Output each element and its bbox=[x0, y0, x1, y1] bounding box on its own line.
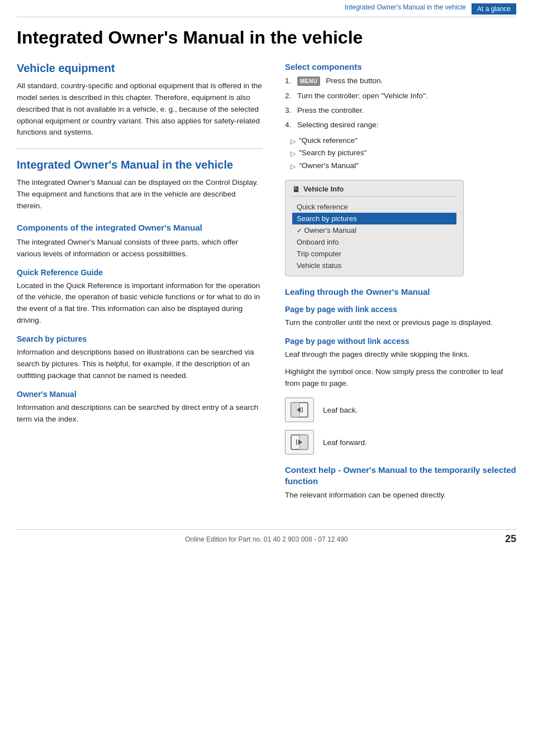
step-3: 3. Press the controller. bbox=[285, 105, 516, 116]
step-1-num: 1. bbox=[285, 75, 297, 87]
step-1-content: MENU Press the button. bbox=[297, 75, 516, 87]
quick-reference-body: Located in the Quick Reference is import… bbox=[17, 280, 263, 327]
vi-item-quick-ref: Quick reference bbox=[292, 201, 456, 213]
page-with-link-heading: Page by page with link access bbox=[285, 305, 516, 314]
footer-text: Online Edition for Part no. 01 40 2 903 … bbox=[185, 535, 348, 543]
vi-item-vehicle-status: Vehicle status bbox=[292, 260, 456, 271]
breadcrumb-active: At a glance bbox=[472, 3, 516, 15]
step-2-num: 2. bbox=[285, 90, 297, 102]
step-4-text: Selecting desired range: bbox=[297, 119, 516, 131]
sub-item-1-label: "Quick reference" bbox=[299, 136, 358, 145]
search-by-pictures-body: Information and descriptions based on il… bbox=[17, 347, 263, 382]
menu-badge: MENU bbox=[297, 76, 320, 86]
integrated-manual-heading: Integrated Owner's Manual in the vehicle bbox=[17, 158, 263, 171]
vehicle-equipment-section: Vehicle equipment All standard, country-… bbox=[17, 61, 263, 139]
page-wrapper: Integrated Owner's Manual in the vehicle… bbox=[0, 27, 533, 529]
arrow-icon-1: ▷ bbox=[291, 136, 296, 147]
sub-item-2-label: "Search by pictures" bbox=[299, 149, 367, 157]
divider-1 bbox=[17, 149, 263, 149]
vehicle-equipment-body: All standard, country-specific and optio… bbox=[17, 80, 263, 139]
leaf-back-row: Leaf back. bbox=[285, 398, 516, 422]
quick-reference-section: Quick Reference Guide Located in the Qui… bbox=[17, 268, 263, 327]
context-help-heading: Context help - Owner's Manual to the tem… bbox=[285, 465, 516, 486]
step-4: 4. Selecting desired range: bbox=[285, 119, 516, 131]
page-without-link-body2: Highlight the symbol once. Now simply pr… bbox=[285, 366, 516, 390]
leaf-forward-row: Leaf forward. bbox=[285, 430, 516, 454]
arrow-icon-2: ▷ bbox=[291, 149, 296, 159]
components-section: Components of the integrated Owner's Man… bbox=[17, 222, 263, 260]
vi-item-owners-manual: Owner's Manual bbox=[292, 224, 456, 236]
page-without-link-body1: Leaf through the pages directly while sk… bbox=[285, 349, 516, 361]
owners-manual-section: Owner's Manual Information and descripti… bbox=[17, 390, 263, 425]
right-column: Select components 1. MENU Press the butt… bbox=[285, 61, 516, 507]
leaf-forward-icon bbox=[290, 433, 309, 452]
vehicle-info-screenshot: 🖥 Vehicle Info Quick reference Search by… bbox=[285, 180, 464, 276]
leaf-forward-label: Leaf forward. bbox=[323, 438, 367, 447]
context-help-body: The relevant information can be opened d… bbox=[285, 490, 516, 501]
page-with-link-body: Turn the controller until the next or pr… bbox=[285, 317, 516, 329]
step-2-text: Turn the controller: open "Vehicle Info"… bbox=[297, 90, 516, 102]
vi-item-trip: Trip computer bbox=[292, 248, 456, 260]
two-col-layout: Vehicle equipment All standard, country-… bbox=[17, 61, 516, 507]
vi-item-search: Search by pictures bbox=[292, 213, 456, 224]
sub-item-list: ▷ "Quick reference" ▷ "Search by picture… bbox=[291, 136, 516, 172]
page-title: Integrated Owner's Manual in the vehicle bbox=[17, 27, 516, 48]
components-body: The integrated Owner's Manual consists o… bbox=[17, 237, 263, 260]
leaf-back-icon bbox=[290, 400, 309, 419]
step-4-num: 4. bbox=[285, 119, 297, 131]
search-by-pictures-section: Search by pictures Information and descr… bbox=[17, 334, 263, 382]
search-by-pictures-heading: Search by pictures bbox=[17, 334, 263, 343]
components-heading: Components of the integrated Owner's Man… bbox=[17, 222, 263, 233]
step-3-text: Press the controller. bbox=[297, 105, 516, 116]
context-help-section: Context help - Owner's Manual to the tem… bbox=[285, 465, 516, 501]
leafing-section: Leafing through the Owner's Manual Page … bbox=[285, 286, 516, 454]
integrated-manual-body: The integrated Owner's Manual can be dis… bbox=[17, 177, 263, 212]
page-without-link-heading: Page by page without link access bbox=[285, 337, 516, 346]
select-components-heading: Select components bbox=[285, 61, 516, 73]
arrow-icon-3: ▷ bbox=[291, 161, 296, 172]
vi-header: 🖥 Vehicle Info bbox=[292, 185, 456, 197]
owners-manual-body: Information and descriptions can be sear… bbox=[17, 402, 263, 425]
sub-item-2: ▷ "Search by pictures" bbox=[291, 149, 516, 159]
integrated-manual-section: Integrated Owner's Manual in the vehicle… bbox=[17, 158, 263, 212]
step-3-num: 3. bbox=[285, 105, 297, 116]
vi-item-onboard: Onboard info bbox=[292, 236, 456, 248]
step-list: 1. MENU Press the button. 2. Turn the co… bbox=[285, 75, 516, 131]
sub-item-3: ▷ "Owner's Manual" bbox=[291, 161, 516, 172]
leaf-back-icon-box bbox=[285, 398, 314, 422]
page-number: 25 bbox=[505, 533, 516, 545]
step-1: 1. MENU Press the button. bbox=[285, 75, 516, 87]
breadcrumb-link[interactable]: Integrated Owner's Manual in the vehicle bbox=[345, 3, 472, 15]
leaf-forward-icon-box bbox=[285, 430, 314, 454]
vehicle-info-icon: 🖥 bbox=[292, 185, 300, 194]
breadcrumb: Integrated Owner's Manual in the vehicle… bbox=[345, 3, 516, 15]
sub-item-3-label: "Owner's Manual" bbox=[299, 161, 359, 170]
step-1-text: Press the button. bbox=[326, 76, 383, 85]
step-2: 2. Turn the controller: open "Vehicle In… bbox=[285, 90, 516, 102]
vehicle-equipment-heading: Vehicle equipment bbox=[17, 61, 263, 75]
sub-item-1: ▷ "Quick reference" bbox=[291, 136, 516, 147]
leaf-back-label: Leaf back. bbox=[323, 406, 358, 414]
quick-reference-heading: Quick Reference Guide bbox=[17, 268, 263, 277]
leafing-heading: Leafing through the Owner's Manual bbox=[285, 286, 516, 298]
left-column: Vehicle equipment All standard, country-… bbox=[17, 61, 263, 507]
owners-manual-heading: Owner's Manual bbox=[17, 390, 263, 399]
select-components-section: Select components 1. MENU Press the butt… bbox=[285, 61, 516, 276]
page-footer: Online Edition for Part no. 01 40 2 903 … bbox=[17, 529, 516, 548]
vi-header-label: Vehicle Info bbox=[303, 185, 344, 193]
header-bar: Integrated Owner's Manual in the vehicle… bbox=[17, 0, 516, 17]
